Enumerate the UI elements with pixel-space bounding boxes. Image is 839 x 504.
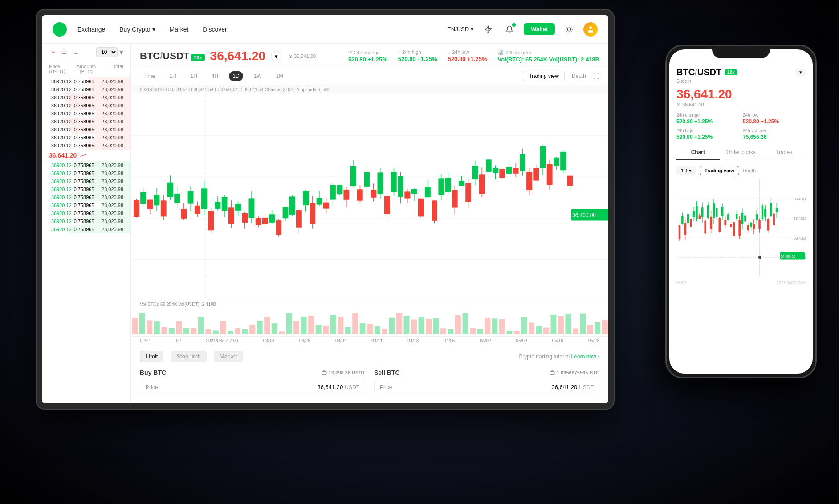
time-btn-1m[interactable]: 1M [273,71,287,81]
fullscreen-btn[interactable]: ⛶ [593,73,599,80]
view-btn-list[interactable]: ☰ [59,47,69,57]
lightning-button[interactable] [481,22,495,37]
svg-rect-125 [493,168,498,173]
view-btn-detail[interactable]: ≣ [71,47,81,57]
nav-link-discover[interactable]: Discover [203,26,227,33]
svg-rect-168 [279,331,285,334]
main-price: 36,641.20 [210,49,266,63]
trading-view-btn[interactable]: Trading view [523,71,565,81]
svg-rect-19 [134,200,139,217]
order-row: 36920.12 0.758965 28,020.98 [42,161,130,169]
time-btn-1w[interactable]: 1W [250,71,265,81]
svg-rect-133 [520,154,525,171]
nav-link-exchange[interactable]: Exchange [77,26,105,33]
phone-tab-trades[interactable]: Trades [762,146,806,160]
expand-icon[interactable]: ▾ [119,47,123,57]
svg-marker-0 [485,26,491,33]
svg-rect-47 [228,207,234,224]
time-btn-1h-2[interactable]: 1H [187,71,201,81]
svg-rect-59 [269,214,275,223]
order-rows-sell: 36920.12 0.758965 28,020.98 36920.12 0.7… [42,77,130,150]
phone-pair-header: BTC/USDT 10x ▾ [676,67,806,77]
svg-rect-212 [602,320,608,334]
svg-rect-129 [506,167,512,173]
nav-link-market[interactable]: Market [170,26,189,33]
time-btn-time[interactable]: Time [140,71,159,81]
phone-high-value: 520.80 +1.25% [676,134,739,140]
phone-change-value: 520.80 +1.25% [676,118,739,125]
phone-depth-btn[interactable]: Depth [743,168,756,173]
leverage-select[interactable]: 10 5 20 [96,47,118,57]
svg-rect-111 [445,178,451,192]
svg-rect-234 [684,223,687,235]
svg-text:36,400.00: 36,400.00 [794,236,806,241]
order-row: 36920.12 0.758965 28,020.98 [42,134,130,142]
phone-trading-view-btn[interactable]: Trading view [700,166,739,175]
learn-now-link[interactable]: Learn now › [571,354,599,360]
svg-rect-185 [404,316,410,334]
phone-tab-orderbooks[interactable]: Order books [720,146,763,160]
svg-rect-158 [205,329,211,334]
phone-price: 36,641.20 [676,87,806,102]
svg-text:36,400.00: 36,400.00 [794,197,806,202]
svg-rect-262 [724,220,726,225]
svg-rect-154 [176,321,182,334]
svg-rect-61 [276,220,281,235]
theme-button[interactable] [562,22,576,37]
tab-stop-limit[interactable]: Stop-limit [171,351,206,362]
time-btn-4h[interactable]: 4H [208,71,222,81]
phone-stat-low: 24h low 520.80 +1.25% [743,113,806,125]
phone-pair-name: BTC/USDT [676,67,721,77]
phone-period-select[interactable]: 1D ▾ [676,166,696,175]
phone-dropdown-btn[interactable]: ▾ [796,69,806,76]
depth-btn[interactable]: Depth [572,73,586,79]
phone-subtitle: Bitcoin [676,78,806,84]
svg-rect-207 [565,314,571,334]
phone-low-value: 520.80 +1.25% [743,118,806,125]
phone-tabs: Chart Order books Trades [676,146,806,160]
price-dropdown-btn[interactable]: ▾ [271,51,281,61]
svg-rect-294 [770,203,772,216]
svg-rect-183 [389,318,395,334]
view-btn-bars[interactable]: ≡ [49,47,57,57]
nav-link-buy-crypto[interactable]: Buy Crypto ▾ [119,26,155,33]
svg-rect-176 [338,317,343,334]
pair-display: BTC/USDT [140,50,189,62]
svg-rect-186 [411,320,417,334]
svg-rect-209 [580,314,586,334]
svg-rect-123 [486,159,492,172]
price-secondary: ⊙ 36,641.20 [289,53,316,59]
phone-tab-chart[interactable]: Chart [676,146,720,160]
date-labels: 02/21 02 2021/03/07 7:00 03/14 03/28 04/… [131,336,608,345]
avatar[interactable] [583,22,598,37]
sell-price-input[interactable] [524,384,577,390]
order-row: 36920.12 0.758965 28,020.98 [42,93,130,102]
tab-limit[interactable]: Limit [140,351,163,362]
svg-rect-188 [426,319,432,334]
buy-price-input[interactable] [289,384,343,390]
svg-rect-55 [256,218,261,225]
wallet-button[interactable]: Wallet [524,23,555,35]
sell-balance: 1.0356875565 BTC [550,370,599,375]
svg-rect-236 [687,214,689,224]
sell-title: Sell BTC 1.0356875565 BTC [374,369,599,376]
svg-rect-248 [704,221,706,234]
svg-rect-25 [154,195,160,205]
svg-rect-159 [213,330,219,334]
svg-rect-107 [432,200,437,220]
volume-value: Vol(BTC): 65.254K Vol(USDT): 2.418B [497,56,599,63]
tab-market[interactable]: Market [214,351,243,362]
time-btn-1h-1[interactable]: 1H [166,71,179,81]
view-controls: ≡ ☰ ≣ 10 5 20 ▾ [42,44,130,61]
lang-selector[interactable]: EN/USD ▾ [447,26,474,33]
svg-rect-117 [465,183,471,202]
svg-rect-199 [506,331,512,334]
svg-rect-145 [560,152,566,170]
svg-rect-99 [404,191,410,198]
phone-stat-change: 24h change 520.80 +1.25% [676,113,739,125]
time-btn-1d[interactable]: 1D [229,71,243,81]
notification-button[interactable] [502,22,517,37]
order-row: 36920.12 0.758965 28,020.98 [42,85,130,93]
svg-rect-280 [750,223,752,227]
svg-rect-39 [201,188,207,209]
